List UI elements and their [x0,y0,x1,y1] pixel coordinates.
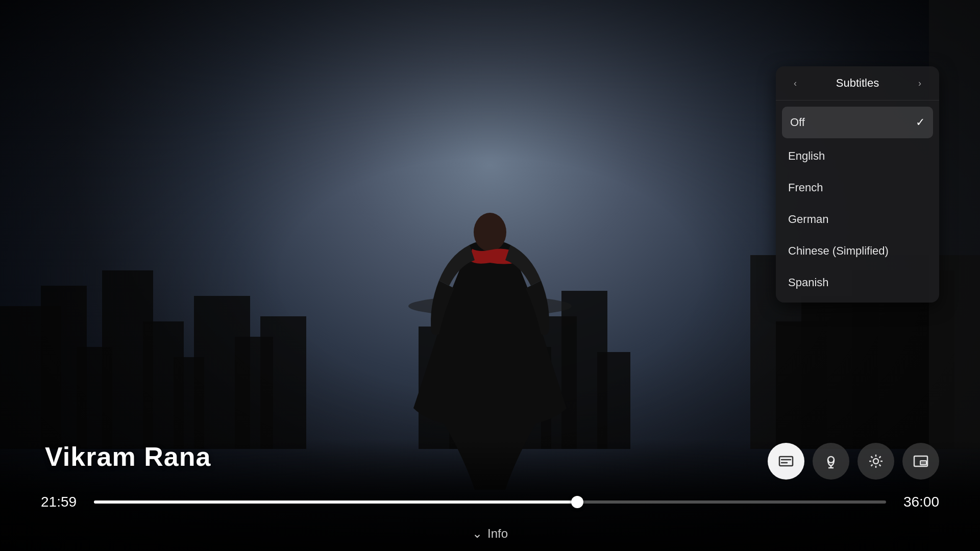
subtitle-option-spanish-label: Spanish [788,276,829,289]
video-title: Vikram Rana [45,441,211,472]
info-label: Info [487,527,508,541]
pip-button[interactable] [902,443,939,480]
svg-point-1 [474,213,506,252]
subtitle-option-english-label: English [788,149,825,163]
chevron-down-icon: ⌄ [472,527,482,541]
time-current: 21:59 [41,494,82,510]
panel-header: ‹ Subtitles › [776,66,939,101]
subtitle-option-chinese-simplified[interactable]: Chinese (Simplified) [776,235,939,267]
audio-button[interactable] [813,443,849,480]
svg-point-5 [828,457,834,463]
progress-area: 21:59 36:00 [41,494,939,510]
svg-rect-10 [920,461,926,465]
time-total: 36:00 [898,494,939,510]
progress-fill [94,500,577,504]
subtitles-button[interactable] [768,443,804,480]
subtitle-option-german[interactable]: German [776,204,939,235]
panel-options: Off ✓ English French German Chinese (Sim… [776,101,939,303]
subtitle-option-spanish[interactable]: Spanish [776,267,939,298]
subtitle-option-german-label: German [788,213,828,226]
progress-bar[interactable] [94,500,886,504]
panel-nav-right[interactable]: › [913,78,927,89]
settings-button[interactable] [857,443,894,480]
panel-title: Subtitles [802,77,913,90]
subtitles-panel: ‹ Subtitles › Off ✓ English French Germa… [776,66,939,303]
controls-row [768,443,939,480]
svg-point-8 [873,459,878,464]
subtitle-option-english[interactable]: English [776,140,939,172]
progress-thumb[interactable] [571,496,583,508]
subtitle-option-off[interactable]: Off ✓ [782,107,933,138]
subtitle-check-off: ✓ [916,116,925,129]
panel-nav-left[interactable]: ‹ [788,78,802,89]
subtitle-option-french[interactable]: French [776,172,939,204]
svg-rect-2 [779,457,793,466]
subtitle-option-chinese-simplified-label: Chinese (Simplified) [788,244,889,258]
subtitle-option-off-label: Off [790,116,805,129]
subtitle-option-french-label: French [788,181,823,194]
info-button[interactable]: ⌄ Info [472,527,508,541]
